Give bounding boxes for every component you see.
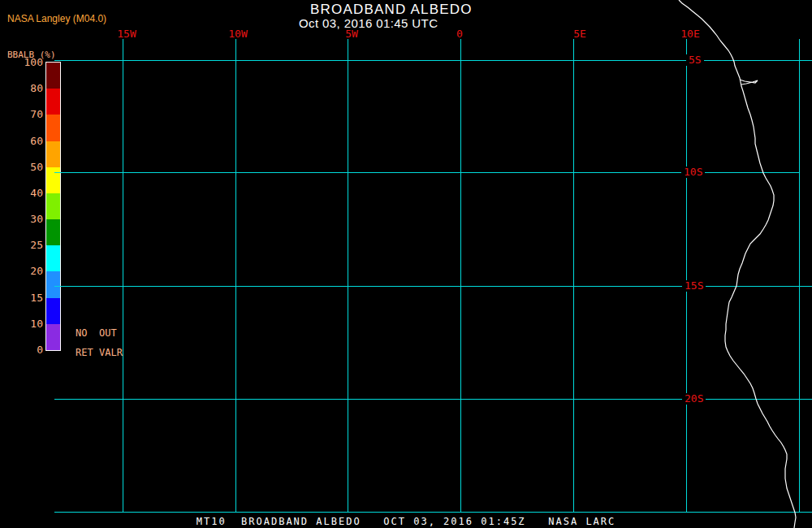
colorbar-tick-label: 80 xyxy=(7,82,43,94)
meridian-line-5E xyxy=(573,39,574,512)
colorbar-segment xyxy=(46,245,60,271)
legend-ret: RET xyxy=(76,347,93,358)
coastline xyxy=(0,0,812,528)
colorbar-segment xyxy=(46,115,60,141)
meridian-line-0 xyxy=(460,39,461,512)
latitude-label: 10S xyxy=(681,167,705,178)
albedo-map-screen: NASA Langley (M04.0) BROADBAND ALBEDO Oc… xyxy=(0,0,812,528)
timestamp: Oct 03, 2016 01:45 UTC xyxy=(299,16,438,30)
nasa-langley-credit: NASA Langley (M04.0) xyxy=(7,13,106,24)
colorbar-segment xyxy=(46,167,60,193)
colorbar-tick-label: 20 xyxy=(7,265,43,277)
meridian-line-5W xyxy=(348,39,348,512)
colorbar-segment xyxy=(46,298,60,324)
colorbar-segment xyxy=(46,141,60,167)
longitude-label: 5E xyxy=(573,28,586,40)
longitude-label: 10E xyxy=(680,28,699,40)
colorbar-tick-label: 70 xyxy=(7,108,43,120)
colorbar-tick-label: 50 xyxy=(7,161,43,173)
colorbar-segment xyxy=(46,324,60,350)
meridian-line-10E xyxy=(686,39,687,512)
meridian-line-15W xyxy=(123,39,123,512)
longitude-label: 0 xyxy=(456,28,463,40)
colorbar-tick-label: 10 xyxy=(7,318,43,330)
legend-no: NO xyxy=(76,327,87,339)
footer-text: MT10 BROADBAND ALBEDO OCT 03, 2016 01:45… xyxy=(197,516,616,527)
meridian-line-10W xyxy=(235,39,236,512)
colorbar-segment xyxy=(46,63,60,89)
meridian-line xyxy=(799,39,800,512)
colorbar-segment xyxy=(46,271,60,297)
legend-out: OUT xyxy=(99,327,117,339)
colorbar xyxy=(45,62,61,351)
latitude-label: 20S xyxy=(682,393,706,405)
colorbar-tick-label: 40 xyxy=(7,187,43,199)
colorbar-tick-label: 60 xyxy=(7,135,43,147)
legend-valr: VALR xyxy=(99,347,123,358)
longitude-label: 15W xyxy=(117,28,136,40)
colorbar-tick-label: 0 xyxy=(7,344,43,356)
page-title: BROADBAND ALBEDO xyxy=(310,2,473,18)
latitude-label: 15S xyxy=(682,280,706,292)
footer-bar: MT10 BROADBAND ALBEDO OCT 03, 2016 01:45… xyxy=(0,513,812,528)
colorbar-tick-label: 15 xyxy=(7,292,43,304)
longitude-label: 10W xyxy=(228,28,247,40)
coastline-path xyxy=(679,0,796,528)
colorbar-segment xyxy=(46,219,60,245)
colorbar-tick-label: 25 xyxy=(7,239,43,251)
colorbar-segment xyxy=(46,193,60,219)
coastline-spit xyxy=(740,80,758,84)
colorbar-tick-label: 100 xyxy=(7,56,43,68)
colorbar-segment xyxy=(46,89,60,115)
colorbar-tick-label: 30 xyxy=(7,213,43,225)
longitude-label: 5W xyxy=(345,28,358,40)
latitude-label: 5S xyxy=(686,54,704,66)
